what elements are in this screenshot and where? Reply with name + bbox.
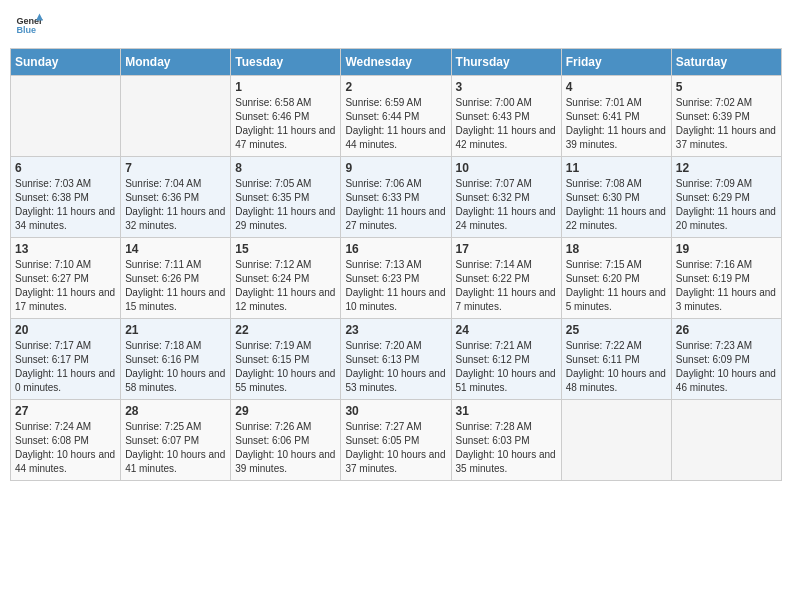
day-info: Sunrise: 7:25 AMSunset: 6:07 PMDaylight:…: [125, 420, 226, 476]
day-info: Sunrise: 7:05 AMSunset: 6:35 PMDaylight:…: [235, 177, 336, 233]
header-row: SundayMondayTuesdayWednesdayThursdayFrid…: [11, 49, 782, 76]
day-number: 15: [235, 242, 336, 256]
weekday-header-thursday: Thursday: [451, 49, 561, 76]
day-number: 20: [15, 323, 116, 337]
day-number: 24: [456, 323, 557, 337]
day-number: 5: [676, 80, 777, 94]
calendar-cell: 4Sunrise: 7:01 AMSunset: 6:41 PMDaylight…: [561, 76, 671, 157]
svg-text:Blue: Blue: [16, 25, 36, 35]
calendar-cell: 10Sunrise: 7:07 AMSunset: 6:32 PMDayligh…: [451, 157, 561, 238]
calendar-cell: 13Sunrise: 7:10 AMSunset: 6:27 PMDayligh…: [11, 238, 121, 319]
weekday-header-saturday: Saturday: [671, 49, 781, 76]
weekday-header-wednesday: Wednesday: [341, 49, 451, 76]
calendar-cell: 14Sunrise: 7:11 AMSunset: 6:26 PMDayligh…: [121, 238, 231, 319]
day-number: 10: [456, 161, 557, 175]
logo: General Blue: [15, 10, 45, 38]
calendar-cell: [671, 400, 781, 481]
day-number: 14: [125, 242, 226, 256]
logo-icon: General Blue: [15, 10, 43, 38]
day-number: 18: [566, 242, 667, 256]
day-info: Sunrise: 7:20 AMSunset: 6:13 PMDaylight:…: [345, 339, 446, 395]
day-number: 31: [456, 404, 557, 418]
calendar-cell: 9Sunrise: 7:06 AMSunset: 6:33 PMDaylight…: [341, 157, 451, 238]
calendar-row-2: 13Sunrise: 7:10 AMSunset: 6:27 PMDayligh…: [11, 238, 782, 319]
day-info: Sunrise: 7:10 AMSunset: 6:27 PMDaylight:…: [15, 258, 116, 314]
calendar-cell: 12Sunrise: 7:09 AMSunset: 6:29 PMDayligh…: [671, 157, 781, 238]
calendar-cell: 31Sunrise: 7:28 AMSunset: 6:03 PMDayligh…: [451, 400, 561, 481]
day-info: Sunrise: 6:59 AMSunset: 6:44 PMDaylight:…: [345, 96, 446, 152]
day-info: Sunrise: 7:18 AMSunset: 6:16 PMDaylight:…: [125, 339, 226, 395]
day-number: 27: [15, 404, 116, 418]
day-number: 8: [235, 161, 336, 175]
calendar-cell: [11, 76, 121, 157]
calendar-cell: 2Sunrise: 6:59 AMSunset: 6:44 PMDaylight…: [341, 76, 451, 157]
calendar-cell: 18Sunrise: 7:15 AMSunset: 6:20 PMDayligh…: [561, 238, 671, 319]
weekday-header-tuesday: Tuesday: [231, 49, 341, 76]
day-info: Sunrise: 7:07 AMSunset: 6:32 PMDaylight:…: [456, 177, 557, 233]
day-number: 2: [345, 80, 446, 94]
day-info: Sunrise: 7:08 AMSunset: 6:30 PMDaylight:…: [566, 177, 667, 233]
day-number: 11: [566, 161, 667, 175]
day-info: Sunrise: 7:23 AMSunset: 6:09 PMDaylight:…: [676, 339, 777, 395]
calendar-cell: 11Sunrise: 7:08 AMSunset: 6:30 PMDayligh…: [561, 157, 671, 238]
day-info: Sunrise: 7:01 AMSunset: 6:41 PMDaylight:…: [566, 96, 667, 152]
day-number: 3: [456, 80, 557, 94]
day-number: 30: [345, 404, 446, 418]
day-info: Sunrise: 7:27 AMSunset: 6:05 PMDaylight:…: [345, 420, 446, 476]
calendar-cell: 23Sunrise: 7:20 AMSunset: 6:13 PMDayligh…: [341, 319, 451, 400]
day-number: 17: [456, 242, 557, 256]
day-info: Sunrise: 7:15 AMSunset: 6:20 PMDaylight:…: [566, 258, 667, 314]
calendar-cell: 7Sunrise: 7:04 AMSunset: 6:36 PMDaylight…: [121, 157, 231, 238]
day-info: Sunrise: 7:12 AMSunset: 6:24 PMDaylight:…: [235, 258, 336, 314]
page-header: General Blue: [10, 10, 782, 38]
calendar-row-1: 6Sunrise: 7:03 AMSunset: 6:38 PMDaylight…: [11, 157, 782, 238]
calendar-cell: 20Sunrise: 7:17 AMSunset: 6:17 PMDayligh…: [11, 319, 121, 400]
day-info: Sunrise: 7:16 AMSunset: 6:19 PMDaylight:…: [676, 258, 777, 314]
day-info: Sunrise: 7:28 AMSunset: 6:03 PMDaylight:…: [456, 420, 557, 476]
day-number: 6: [15, 161, 116, 175]
day-number: 23: [345, 323, 446, 337]
calendar-cell: 22Sunrise: 7:19 AMSunset: 6:15 PMDayligh…: [231, 319, 341, 400]
day-number: 4: [566, 80, 667, 94]
calendar-cell: 15Sunrise: 7:12 AMSunset: 6:24 PMDayligh…: [231, 238, 341, 319]
calendar-cell: 25Sunrise: 7:22 AMSunset: 6:11 PMDayligh…: [561, 319, 671, 400]
day-number: 22: [235, 323, 336, 337]
calendar-cell: 28Sunrise: 7:25 AMSunset: 6:07 PMDayligh…: [121, 400, 231, 481]
weekday-header-friday: Friday: [561, 49, 671, 76]
day-number: 19: [676, 242, 777, 256]
calendar-cell: 21Sunrise: 7:18 AMSunset: 6:16 PMDayligh…: [121, 319, 231, 400]
day-info: Sunrise: 7:04 AMSunset: 6:36 PMDaylight:…: [125, 177, 226, 233]
day-info: Sunrise: 7:19 AMSunset: 6:15 PMDaylight:…: [235, 339, 336, 395]
calendar-cell: 1Sunrise: 6:58 AMSunset: 6:46 PMDaylight…: [231, 76, 341, 157]
calendar-cell: 29Sunrise: 7:26 AMSunset: 6:06 PMDayligh…: [231, 400, 341, 481]
day-number: 12: [676, 161, 777, 175]
calendar-cell: 8Sunrise: 7:05 AMSunset: 6:35 PMDaylight…: [231, 157, 341, 238]
calendar-cell: 30Sunrise: 7:27 AMSunset: 6:05 PMDayligh…: [341, 400, 451, 481]
day-info: Sunrise: 7:13 AMSunset: 6:23 PMDaylight:…: [345, 258, 446, 314]
day-number: 16: [345, 242, 446, 256]
day-number: 28: [125, 404, 226, 418]
day-info: Sunrise: 7:00 AMSunset: 6:43 PMDaylight:…: [456, 96, 557, 152]
calendar-cell: 16Sunrise: 7:13 AMSunset: 6:23 PMDayligh…: [341, 238, 451, 319]
day-info: Sunrise: 7:11 AMSunset: 6:26 PMDaylight:…: [125, 258, 226, 314]
calendar-cell: 3Sunrise: 7:00 AMSunset: 6:43 PMDaylight…: [451, 76, 561, 157]
calendar-table: SundayMondayTuesdayWednesdayThursdayFrid…: [10, 48, 782, 481]
calendar-row-3: 20Sunrise: 7:17 AMSunset: 6:17 PMDayligh…: [11, 319, 782, 400]
day-number: 25: [566, 323, 667, 337]
day-number: 21: [125, 323, 226, 337]
day-info: Sunrise: 7:14 AMSunset: 6:22 PMDaylight:…: [456, 258, 557, 314]
day-number: 29: [235, 404, 336, 418]
day-info: Sunrise: 7:21 AMSunset: 6:12 PMDaylight:…: [456, 339, 557, 395]
day-number: 7: [125, 161, 226, 175]
calendar-cell: 17Sunrise: 7:14 AMSunset: 6:22 PMDayligh…: [451, 238, 561, 319]
day-info: Sunrise: 7:06 AMSunset: 6:33 PMDaylight:…: [345, 177, 446, 233]
day-info: Sunrise: 7:09 AMSunset: 6:29 PMDaylight:…: [676, 177, 777, 233]
calendar-cell: 5Sunrise: 7:02 AMSunset: 6:39 PMDaylight…: [671, 76, 781, 157]
day-info: Sunrise: 6:58 AMSunset: 6:46 PMDaylight:…: [235, 96, 336, 152]
calendar-cell: 6Sunrise: 7:03 AMSunset: 6:38 PMDaylight…: [11, 157, 121, 238]
calendar-cell: 26Sunrise: 7:23 AMSunset: 6:09 PMDayligh…: [671, 319, 781, 400]
weekday-header-sunday: Sunday: [11, 49, 121, 76]
calendar-cell: 27Sunrise: 7:24 AMSunset: 6:08 PMDayligh…: [11, 400, 121, 481]
day-number: 26: [676, 323, 777, 337]
day-info: Sunrise: 7:22 AMSunset: 6:11 PMDaylight:…: [566, 339, 667, 395]
